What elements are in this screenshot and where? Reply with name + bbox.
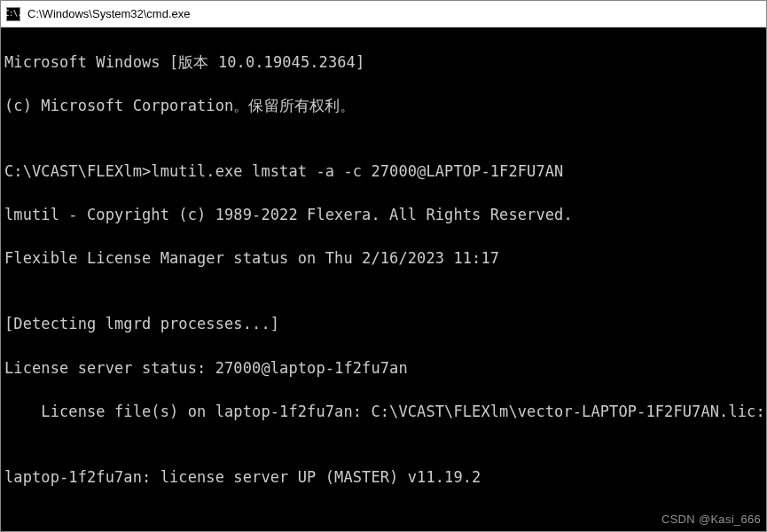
output-line: lmutil - Copyright (c) 1989-2022 Flexera… — [4, 204, 763, 226]
output-line: License server status: 27000@laptop-1f2f… — [4, 357, 763, 379]
output-line: Flexible License Manager status on Thu 2… — [4, 247, 763, 270]
prompt-line: C:\VCAST\FLEXlm>lmutil.exe lmstat -a -c … — [4, 160, 763, 183]
cmd-icon: C:\. — [6, 7, 20, 21]
window-title-bar[interactable]: C:\. C:\Windows\System32\cmd.exe — [1, 1, 766, 27]
watermark: CSDN @Kasi_666 — [661, 512, 761, 528]
output-line: laptop-1f2fu7an: license server UP (MAST… — [4, 466, 763, 489]
output-line: Microsoft Windows [版本 10.0.19045.2364] — [4, 51, 763, 74]
output-line: (c) Microsoft Corporation。保留所有权利。 — [4, 95, 763, 117]
window-title: C:\Windows\System32\cmd.exe — [27, 7, 191, 20]
output-line: [Detecting lmgrd processes...] — [4, 313, 763, 335]
output-line: License file(s) on laptop-1f2fu7an: C:\V… — [4, 401, 763, 423]
terminal-output[interactable]: Microsoft Windows [版本 10.0.19045.2364] (… — [1, 27, 766, 531]
